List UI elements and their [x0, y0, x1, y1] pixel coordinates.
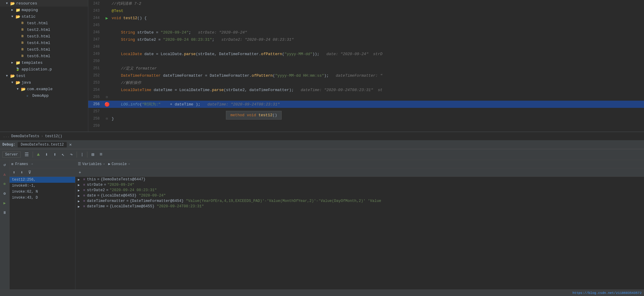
test-html-label: test.html — [27, 21, 48, 25]
debug-tab-main[interactable]: DemoDateTests.test12 — [18, 142, 67, 147]
sidebar-item-test[interactable]: ▼ 📂 test — [0, 73, 88, 79]
sidebar-item-test2-html[interactable]: ▶ 🗎 test2.html — [0, 26, 88, 33]
frame-item-invoke0[interactable]: invoke0:-1, — [10, 183, 75, 189]
sidebar-item-resources[interactable]: ▼ 📂 resources — [0, 0, 88, 7]
console-icon: ▶ — [108, 162, 110, 166]
resume-btn[interactable]: ▲ — [35, 151, 41, 158]
debug-arrow-244: ▶ — [106, 16, 108, 21]
status-url[interactable]: https://blog.csdn.net/z118603543572 — [572, 291, 642, 295]
line-num-248: 248 — [88, 45, 103, 49]
debug-close-btn[interactable]: ✕ — [69, 142, 72, 147]
code-content-254: LocalDateTime dateTime = LocalDateTime.p… — [110, 88, 644, 92]
var-row-strdate2: ▶ ≡ strDate2 = "2020-09-24 08:23:31" — [75, 188, 644, 193]
sidebar-item-static[interactable]: ▼ 📂 static — [0, 13, 88, 20]
code-line-242: 242 //代码清单 7-2 — [88, 0, 644, 7]
line-num-243: 243 — [88, 9, 103, 13]
sidebar-item-application[interactable]: ▶ 🍃 application.p — [0, 66, 88, 73]
debug-header: Debug: DemoDateTests.test12 ✕ — [0, 140, 644, 149]
sidebar-item-test6-html[interactable]: ▶ 🗎 test6.html — [0, 53, 88, 59]
var-expand-this[interactable]: ▶ — [78, 178, 82, 182]
variables-tab-label: Variables — [82, 162, 102, 166]
com-arrow: ▼ — [17, 87, 21, 91]
frames-panel: ⊞ Frames → ⬆ ⬇ ⊽ test12:256, invoke0:-1, — [10, 160, 75, 289]
java-arrow: ▼ — [11, 81, 16, 84]
var-icon-date: ≡ — [83, 194, 85, 197]
fold-marker-255: ⊟ — [106, 95, 108, 99]
step-into-btn[interactable]: ⬆ — [52, 151, 58, 158]
code-line-254: 254 LocalDateTime dateTime = LocalDateTi… — [88, 86, 644, 93]
code-line-250: 250 — [88, 58, 644, 65]
sidebar-item-mapping[interactable]: ▶ 📁 mapping — [0, 7, 88, 13]
more-btn[interactable]: ≡ — [98, 151, 104, 158]
hamburger-btn[interactable]: ☰ — [23, 151, 30, 158]
var-add-btn[interactable]: + — [77, 169, 83, 176]
templates-arrow: ▶ — [11, 61, 16, 64]
line-num-242: 242 — [88, 1, 103, 6]
side-settings-icon[interactable]: ⚙ — [1, 190, 8, 197]
gutter-255: ⊟ — [103, 95, 110, 99]
breadcrumb-method[interactable]: test12() — [45, 134, 62, 138]
side-play-icon[interactable]: ▶ — [1, 200, 8, 207]
frames-filter-btn[interactable]: ⊽ — [26, 169, 33, 176]
frames-list: test12:256, invoke0:-1, invoke:62, N inv… — [10, 177, 75, 289]
table-btn[interactable]: ⊞ — [90, 151, 96, 158]
test5-no-arrow: ▶ — [17, 48, 21, 51]
toolbar-sep3 — [87, 152, 87, 158]
var-icon-this: ≡ — [83, 178, 85, 181]
run-cursor-btn[interactable]: ↷ — [69, 151, 75, 158]
gutter-244: ▶ — [103, 16, 110, 21]
frames-collapse-btn[interactable]: ⬇ — [19, 169, 25, 176]
code-editor: 242 //代码清单 7-2 243 @Test 244 ▶ void test — [88, 0, 644, 132]
side-warning-icon[interactable]: ⚠ — [1, 171, 8, 178]
code-content-253: //解析操作 — [110, 80, 644, 85]
frame-label-0: test12:256, — [12, 178, 36, 182]
var-expand-strdate[interactable]: ▶ — [78, 183, 82, 187]
sidebar-item-test5-html[interactable]: ▶ 🗎 test5.html — [0, 46, 88, 53]
var-row-datetime: ▶ ≡ dateTime = {LocalDateTime@6455} "202… — [75, 204, 644, 209]
frame-label-2: invoke:62, N — [12, 190, 38, 194]
sidebar-item-com-example[interactable]: ▼ 📂 com.example — [0, 86, 88, 92]
var-expand-datetime[interactable]: ▶ — [78, 205, 82, 209]
step-over-btn[interactable]: ⬇ — [44, 151, 50, 158]
variables-console-header: ☰ Variables → ▶ Console → — [75, 160, 644, 168]
var-expand-strdate2[interactable]: ▶ — [78, 188, 82, 192]
var-name-strdate: strDate — [87, 183, 103, 187]
sidebar-item-demoapp[interactable]: ▶ ☕ DemoApp — [0, 92, 88, 99]
frames-expand-btn[interactable]: ⬆ — [11, 169, 17, 176]
code-line-252: 252 DateTimeFormatter dateTimeFormatter … — [88, 72, 644, 79]
code-content-243: @Test — [110, 9, 644, 13]
toolbar-sep1 — [33, 152, 33, 158]
breadcrumb-bar: ... DemoDateTests › test12() — [0, 132, 644, 140]
var-expand-dtformatter[interactable]: ▶ — [78, 199, 82, 203]
test-html-icon: 🗎 — [21, 21, 26, 25]
frame-item-test12[interactable]: test12:256, — [10, 177, 75, 183]
var-expand-date[interactable]: ▶ — [78, 194, 82, 198]
var-row-strdate: ▶ ≡ strDate = "2020-09-24" — [75, 182, 644, 188]
sidebar-item-java[interactable]: ▼ 📂 java — [0, 79, 88, 86]
code-content-249: LocalDate date = LocalDate.parse(strDate… — [110, 52, 644, 56]
tab-console[interactable]: ▶ Console → — [108, 162, 130, 166]
server-btn[interactable]: Server — [2, 152, 21, 158]
sidebar-item-templates[interactable]: ▶ 📁 templates — [0, 59, 88, 66]
code-line-248: 248 — [88, 43, 644, 50]
sidebar-item-test-html[interactable]: ▶ 🗎 test.html — [0, 20, 88, 26]
step-out-btn[interactable]: ↖ — [60, 151, 66, 158]
tab-variables[interactable]: ☰ Variables → — [78, 162, 105, 166]
sidebar-item-test4-html[interactable]: ▶ 🗎 test4.html — [0, 40, 88, 46]
code-line-244: 244 ▶ void test12() { — [88, 14, 644, 22]
test2-html-icon: 🗎 — [21, 28, 26, 32]
side-add-icon[interactable]: ⊕ — [1, 180, 8, 188]
frame-item-invoke62[interactable]: invoke:62, N — [10, 189, 75, 195]
side-rerun-icon[interactable]: ↺ — [1, 161, 8, 168]
test5-html-label: test5.html — [27, 47, 50, 52]
breadcrumb-class[interactable]: DemoDateTests — [11, 134, 40, 138]
var-name-strdate2: strDate2 — [87, 188, 105, 192]
debug-subpanels: ↺ ⚠ ⊕ ⚙ ▶ ⏸ ⊞ Frames → ⬆ ⬇ ⊽ — [0, 160, 644, 289]
frame-item-invoke43[interactable]: invoke:43, D — [10, 195, 75, 201]
var-name-date: date — [87, 194, 96, 198]
line-num-252: 252 — [88, 73, 103, 78]
sidebar-item-test3-html[interactable]: ▶ 🗎 test3.html — [0, 33, 88, 40]
side-pause-icon[interactable]: ⏸ — [1, 209, 8, 216]
var-eq-date: = — [97, 194, 100, 198]
breadcrumb-arrow: › — [41, 134, 43, 138]
